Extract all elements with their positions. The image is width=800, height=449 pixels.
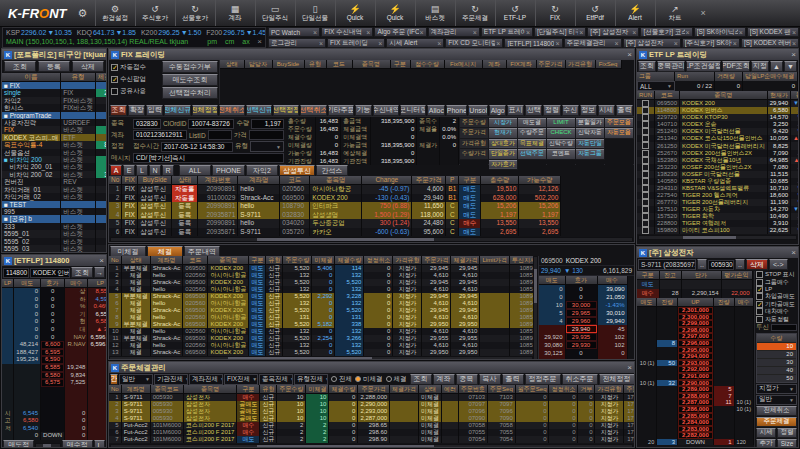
column-header[interactable]: FixSeq <box>595 60 621 69</box>
table-row[interactable]: ■ FIX <box>2 82 107 90</box>
column-header[interactable]: 주문시간 <box>624 385 634 394</box>
table-row[interactable]: 195,2346,590 <box>2 356 107 364</box>
column-header[interactable]: 정정취소 <box>549 385 578 394</box>
table-row[interactable]: 3S-9711005930삼성전자공매도신규101002,293,000미체결0… <box>109 408 634 415</box>
table-row[interactable]: 10 (1)502,293,000 <box>637 360 754 367</box>
table-row[interactable]: 3FIX삼성투신등록20990891hello108790인터파크750 (6.… <box>109 202 561 211</box>
order-action-button[interactable]: 조회 <box>410 374 432 385</box>
table-row[interactable]: 차익거래_02바스켓 <box>2 193 107 200</box>
table-row[interactable]: 30,08029,930102 <box>539 341 627 349</box>
table-row[interactable]: 159800마이티 코스피10022,625▼ 7522,723.81 <box>637 227 799 234</box>
close-icon[interactable]: × <box>366 29 370 36</box>
close-icon[interactable]: × <box>319 40 323 47</box>
filter-select[interactable]: 일반 <box>119 374 153 385</box>
column-header[interactable]: 매도 <box>539 276 565 285</box>
table-row[interactable]: 267770TIGER 200선물레버리지11,190▼ 9011,214.30 <box>637 199 799 206</box>
fix-toolbar-button[interactable]: 선택취소 <box>300 105 326 116</box>
table-row[interactable]: 0021,050 <box>539 293 627 301</box>
column-header[interactable]: 원주문Seq <box>515 385 549 394</box>
column-header[interactable]: No <box>109 176 122 185</box>
type-select[interactable] <box>250 141 284 152</box>
quantity-option[interactable]: 30 <box>757 358 796 366</box>
fix-toolbar-button[interactable]: 모니터링 <box>400 105 426 116</box>
close-icon[interactable]: × <box>791 50 796 59</box>
column-header[interactable]: Fix메시지 <box>444 60 482 69</box>
column-header[interactable]: 체결가격 <box>390 385 419 394</box>
close-icon[interactable]: × <box>526 29 530 36</box>
fix-toolbar-button[interactable]: 선택정정 <box>273 105 299 116</box>
column-header[interactable]: 매도 <box>14 279 41 288</box>
fix-toolbar-button[interactable]: 기능 <box>355 105 372 116</box>
filter-select[interactable]: 유형전체 <box>294 374 328 385</box>
table-row[interactable]: 188,4276,595 <box>2 349 107 357</box>
table-row[interactable]: 251340KODEX 코스닥150선물인버스10,095▲ 12010,107… <box>637 135 799 142</box>
realtime-button[interactable]: 실시간처리 <box>110 374 118 385</box>
table-row[interactable]: 2,289,0005 <box>637 386 754 393</box>
quantity-option[interactable]: 10 <box>757 342 796 350</box>
table-row[interactable]: 140580KBSTAR 우량업종10,685▲ 2010,688.00 <box>637 178 799 185</box>
column-header[interactable]: 상태 <box>419 385 442 394</box>
order-action-button[interactable]: 정정주문 <box>525 374 561 385</box>
fix-toolbar-button[interactable]: 전체취소 <box>219 105 245 116</box>
window-tab[interactable]: FIX CD 모니터링× <box>445 38 503 48</box>
table-row[interactable]: 00기6,550 <box>2 311 107 319</box>
column-header[interactable]: 유형 <box>61 73 96 82</box>
filter-select[interactable]: FIX전체 <box>224 374 258 385</box>
table-row[interactable]: 미체결량0가능금액318,395,900체결가0 <box>286 141 459 149</box>
column-header[interactable]: 매수 <box>65 279 88 288</box>
table-row[interactable]: 253230KOSEF 200선물인버스2X7,080▲ 507,091.48 <box>637 164 799 171</box>
table-row[interactable]: 5Fut-Acc2101M6000코스피200 F 2017매수신규220298… <box>109 422 634 429</box>
swap-button[interactable]: <-> <box>769 259 788 270</box>
table-row[interactable]: 2,298,000 <box>637 327 754 334</box>
order-type-select[interactable]: 일반 <box>756 395 797 405</box>
table-row[interactable]: 6,58519,248 <box>2 364 107 372</box>
column-header[interactable]: 이름 <box>2 73 61 82</box>
column-header[interactable]: 구분 <box>459 176 481 185</box>
table-row[interactable]: 00하4,595 <box>2 296 107 304</box>
table-row[interactable]: 2,292,000 <box>637 366 754 373</box>
table-row[interactable]: 4체결hello020560아시아나항공매도신규13201320지정가4,610… <box>109 286 533 293</box>
table-row[interactable]: 2,291,000 <box>637 373 754 380</box>
column-header[interactable]: 체결율 <box>95 73 107 82</box>
table-row[interactable]: 총수량16,483총금액318,395,900종목수2 <box>286 117 459 125</box>
fix-toolbar-button[interactable]: 정렬 <box>543 105 560 116</box>
close-icon[interactable]: × <box>627 50 632 59</box>
table-row[interactable]: 가격유형상대호가목표체결신탁수량자동단일 <box>460 138 634 148</box>
column-header[interactable]: 계좌 <box>482 60 506 69</box>
column-header[interactable]: UP <box>678 298 714 307</box>
order-action-button[interactable]: 계좌 <box>433 374 455 385</box>
column-header[interactable]: 등락 <box>791 91 799 100</box>
table-row[interactable]: 11부분체결Shrack-Ac069500KODEX 200매도신규5,5202… <box>109 335 533 342</box>
fix-toolbar-button[interactable]: 확장 <box>128 105 145 116</box>
column-header[interactable]: 호가 <box>41 279 65 288</box>
toolbar-item[interactable]: ▤ 바스켓 <box>415 0 455 26</box>
stock-order-button[interactable]: 전체취소 <box>756 406 797 416</box>
column-header[interactable]: 잔고 <box>659 271 681 280</box>
column-header[interactable]: 잔량 <box>657 298 678 307</box>
symbol-field[interactable]: 032830 <box>133 119 161 129</box>
table-row[interactable]: 5FIX삼성투신등록20990891hello034020두산중공업300 (1… <box>109 219 561 228</box>
panel-title-bar[interactable]: KFIX 트레이딩× <box>109 49 634 60</box>
table-row[interactable]: 체결수량0미체결액00.0% <box>286 133 459 141</box>
column-header[interactable]: 호가 <box>565 276 597 285</box>
close-icon[interactable]: × <box>792 29 796 36</box>
table-row[interactable]: 매도 <box>637 280 752 290</box>
window-tab[interactable]: 주문체결관리× <box>564 38 622 48</box>
scrollbar[interactable] <box>35 443 60 448</box>
table-row[interactable]: 29,90000 <box>539 357 627 360</box>
column-header[interactable]: 주문번호 <box>459 385 488 394</box>
quantity-field[interactable]: 1,197 <box>251 119 283 129</box>
table-row[interactable]: 2체결hello020560아시아나항공매도신규13201320지정가4,610… <box>109 272 533 279</box>
table-row[interactable]: 157520TIGER 화학10,490▲ 3010,460.76 <box>637 213 799 220</box>
close-icon[interactable]: × <box>378 40 382 47</box>
table-row[interactable]: 기관잔량16,483기관잔액318,395,900 <box>286 157 459 165</box>
quantity-option[interactable]: 40 <box>757 366 796 374</box>
table-row[interactable]: 13체결Shrack-Ac069500KODEX 200매도신규5,52005,… <box>109 349 533 356</box>
etflp-action-button[interactable]: PDF조회 <box>722 61 750 72</box>
window-tab[interactable]: [주] 삼성전자× <box>623 38 681 48</box>
column-header[interactable]: 구분 <box>390 60 410 69</box>
table-row[interactable]: 529,96530,010 <box>539 309 627 317</box>
table-row[interactable]: 114800KODEX 인버스6,580▲ 306,596.71 <box>637 107 799 114</box>
table-row[interactable]: 9부분체결Shrack-Ac069500KODEX 200매도신규5,5205,… <box>109 321 533 328</box>
column-header[interactable]: FIX계좌 <box>506 60 536 69</box>
